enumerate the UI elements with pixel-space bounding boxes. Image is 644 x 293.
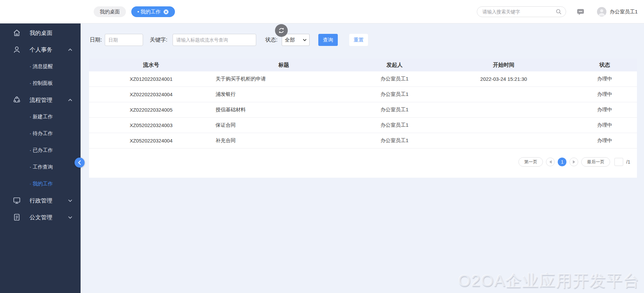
refresh-icon	[278, 27, 285, 34]
cell-start-time: 2022-03-24 15:21:30	[435, 76, 572, 82]
cell-status: 办理中	[572, 122, 637, 128]
filter-bar: 日期: 关键字: 状态: 全部 查询 重置	[81, 34, 644, 46]
cell-initiator: 办公室员工1	[354, 76, 435, 82]
column-header-title: 标题	[213, 62, 354, 69]
sidebar-item-new-work[interactable]: 新建工作	[0, 108, 81, 125]
keyword-label: 关键字:	[150, 34, 167, 46]
sidebar-collapse-button[interactable]	[75, 158, 85, 168]
table-row[interactable]: XZ0220220324004 浦发银行 办公室员工1 办理中	[89, 87, 637, 102]
table-row[interactable]: XZ0520220324003 保证合同 办公室员工1 办理中	[89, 118, 637, 133]
next-arrow-icon	[573, 160, 575, 164]
message-icon[interactable]	[577, 8, 584, 15]
sidebar-item-message-reminder[interactable]: 消息提醒	[0, 58, 81, 75]
cell-status: 办理中	[572, 137, 637, 144]
sidebar-item-label: 已办工作	[30, 147, 53, 154]
table-row[interactable]: XZ0520220324004 补充合同 办公室员工1 办理中	[89, 133, 637, 149]
page-jump-input[interactable]	[614, 158, 623, 166]
cell-title: 保证合同	[213, 122, 354, 128]
cell-status: 办理中	[572, 107, 637, 113]
page-total: /1	[626, 159, 630, 165]
monitor-icon	[13, 196, 21, 204]
date-input[interactable]	[105, 34, 143, 46]
close-icon[interactable]	[163, 9, 169, 15]
cell-status: 办理中	[572, 76, 637, 82]
first-page-button[interactable]: 第一页	[518, 157, 543, 167]
prev-arrow-icon	[549, 160, 552, 164]
last-page-button[interactable]: 最后一页	[581, 157, 610, 167]
sidebar-item-control-panel[interactable]: 控制面板	[0, 75, 81, 92]
next-page-button[interactable]	[569, 158, 578, 166]
status-select-value: 全部	[285, 37, 295, 43]
sidebar-item-my-desktop[interactable]: 我的桌面	[0, 24, 81, 41]
tab-my-work[interactable]: 我的工作	[131, 6, 175, 17]
cell-initiator: 办公室员工1	[354, 91, 435, 98]
sidebar-item-label: 工作查询	[30, 164, 53, 170]
chevron-up-icon	[68, 48, 73, 51]
table-row[interactable]: XZ0120220324001 关于购买手机柜的申请 办公室员工1 2022-0…	[89, 71, 637, 87]
chevron-left-icon	[77, 160, 82, 165]
sidebar-item-label: 控制面板	[30, 80, 53, 86]
global-search[interactable]	[477, 6, 566, 17]
current-page-button[interactable]: 1	[558, 158, 566, 166]
sidebar-item-label: 待办工作	[30, 130, 53, 137]
keyword-input[interactable]	[173, 34, 256, 46]
chevron-down-icon	[68, 216, 73, 219]
tab-label: 我的工作	[137, 9, 160, 15]
pagination: 第一页 1 最后一页 /1	[89, 157, 637, 167]
sidebar-item-label: 消息提醒	[30, 63, 53, 70]
sidebar-item-document-management[interactable]: 公文管理	[0, 209, 81, 226]
prev-page-button[interactable]	[546, 158, 555, 166]
sidebar-item-label: 个人事务	[30, 46, 52, 54]
workflow-icon	[13, 96, 21, 104]
sidebar-item-admin-management[interactable]: 行政管理	[0, 192, 81, 209]
search-icon[interactable]	[556, 9, 562, 15]
work-list-card: 流水号 标题 发起人 开始时间 状态 XZ0120220324001 关于购买手…	[89, 59, 637, 178]
tab-label: 我的桌面	[100, 9, 120, 15]
cell-title: 补充合同	[213, 137, 354, 144]
table-header-row: 流水号 标题 发起人 开始时间 状态	[89, 59, 637, 71]
search-input[interactable]	[482, 9, 556, 14]
open-tabs: 我的桌面 我的工作	[94, 0, 175, 23]
refresh-button[interactable]	[275, 24, 288, 37]
cell-initiator: 办公室员工1	[354, 122, 435, 128]
sidebar-item-my-work[interactable]: 我的工作	[0, 175, 81, 192]
cell-serial: XZ0520220324004	[89, 138, 213, 143]
sidebar-item-personal-affairs[interactable]: 个人事务	[0, 41, 81, 58]
sidebar-item-label: 我的桌面	[30, 29, 52, 37]
sidebar-item-label: 流程管理	[30, 96, 52, 104]
status-select[interactable]: 全部	[282, 34, 310, 46]
cell-title: 授信基础材料	[213, 107, 354, 113]
cell-serial: XZ0120220324001	[89, 76, 213, 82]
avatar[interactable]	[597, 7, 606, 16]
chevron-down-icon	[303, 39, 307, 41]
sidebar-item-work-query[interactable]: 工作查询	[0, 159, 81, 175]
cell-initiator: 办公室员工1	[354, 107, 435, 113]
main-content: 日期: 关键字: 状态: 全部 查询 重置 流水号 标题 发起人 开始时间 状态…	[81, 23, 644, 293]
column-header-status: 状态	[572, 62, 637, 69]
sidebar-item-label: 新建工作	[30, 114, 53, 120]
sidebar-item-label: 行政管理	[30, 197, 52, 204]
cell-initiator: 办公室员工1	[354, 137, 435, 144]
chevron-down-icon	[68, 199, 73, 202]
top-bar: 我的桌面 我的工作 办公室员工1	[0, 0, 644, 23]
tab-my-desktop[interactable]: 我的桌面	[94, 6, 126, 17]
sidebar-nav: 我的桌面 个人事务 消息提醒 控制面板 流程管理 新建工作 待办工作 已办工作 …	[0, 23, 81, 293]
cell-serial: XZ0220220324005	[89, 107, 213, 113]
query-button[interactable]: 查询	[318, 34, 338, 46]
sidebar-item-todo-work[interactable]: 待办工作	[0, 125, 81, 142]
user-name[interactable]: 办公室员工1	[610, 9, 638, 15]
reset-button[interactable]: 重置	[349, 34, 368, 46]
home-icon	[13, 29, 21, 37]
column-header-serial: 流水号	[89, 62, 213, 69]
sidebar-item-label: 我的工作	[30, 181, 53, 187]
cell-title: 关于购买手机柜的申请	[213, 76, 354, 82]
sidebar-item-process-management[interactable]: 流程管理	[0, 92, 81, 108]
cell-serial: XZ0220220324004	[89, 92, 213, 97]
sidebar-item-label: 公文管理	[30, 214, 52, 221]
header-right: 办公室员工1	[477, 0, 638, 23]
cell-status: 办理中	[572, 91, 637, 98]
table-row[interactable]: XZ0220220324005 授信基础材料 办公室员工1 办理中	[89, 102, 637, 118]
watermark-text: O2OA企业应用开发平台	[458, 270, 640, 292]
column-header-initiator: 发起人	[354, 62, 435, 69]
sidebar-item-done-work[interactable]: 已办工作	[0, 142, 81, 159]
